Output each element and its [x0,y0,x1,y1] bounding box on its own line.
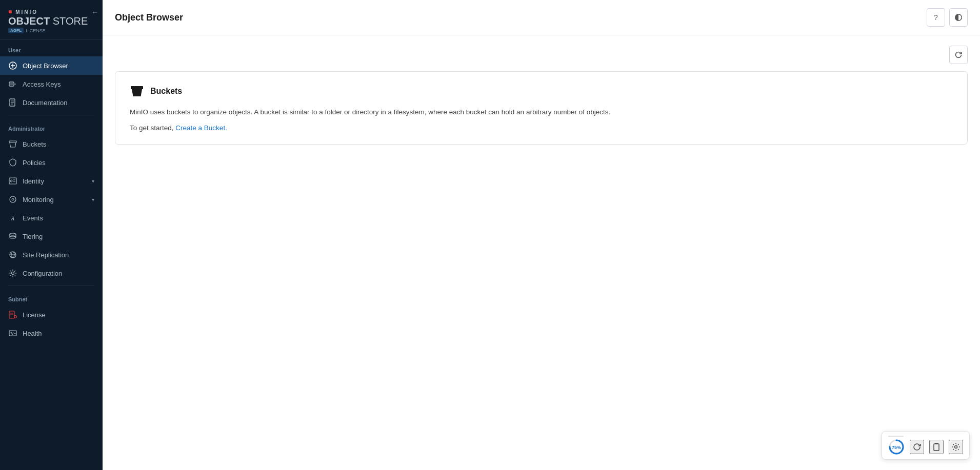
progress-circle: 75% [888,439,905,455]
sidebar-item-buckets[interactable]: Buckets [0,135,103,153]
create-bucket-link[interactable]: Create a Bucket. [175,124,227,132]
refresh-button[interactable] [949,46,968,64]
sidebar: ■ MINIO OBJECT STORE AGPL LICENSE ← User… [0,0,103,470]
widget-refresh-button[interactable] [910,440,924,454]
main-body: Buckets MinIO uses buckets to organize o… [103,35,980,470]
access-keys-label: Access Keys [23,80,94,88]
sidebar-item-configuration[interactable]: Configuration [0,264,103,282]
sidebar-divider-2 [8,285,94,286]
documentation-icon [8,98,17,107]
license-icon [8,310,17,319]
events-label: Events [23,214,94,222]
sidebar-item-events[interactable]: λ Events [0,209,103,227]
sidebar-item-documentation[interactable]: Documentation [0,93,103,112]
sidebar-item-access-keys[interactable]: Access Keys [0,75,103,93]
sidebar-item-monitoring[interactable]: Monitoring ▾ [0,190,103,209]
buckets-icon [8,139,17,149]
logo-objectstore: OBJECT STORE [8,15,94,27]
identity-chevron-icon: ▾ [92,178,94,184]
widget-row: 75% [888,439,963,455]
buckets-card-header: Buckets [130,84,953,98]
widget-divider [888,436,904,437]
object-browser-icon [8,61,17,70]
buckets-card-title: Buckets [150,87,182,96]
svg-rect-2 [10,83,13,85]
svg-text:75%: 75% [892,445,901,450]
buckets-card: Buckets MinIO uses buckets to organize o… [115,71,968,145]
policies-icon [8,158,17,167]
widget-container: 75% [888,436,963,455]
logo-minio: ■ MINIO [8,8,94,15]
bottom-widget: 75% [882,431,970,460]
site-replication-label: Site Replication [23,251,94,259]
buckets-card-description: MinIO uses buckets to organize objects. … [130,107,953,118]
site-replication-icon [8,250,17,259]
sidebar-item-health[interactable]: Health [0,324,103,342]
sidebar-item-tiering[interactable]: Tiering [0,227,103,246]
sidebar-item-identity[interactable]: Identity ▾ [0,172,103,190]
help-button[interactable]: ? [927,8,945,27]
monitoring-chevron-icon: ▾ [92,197,94,202]
events-icon: λ [8,213,17,222]
sidebar-divider-1 [8,115,94,115]
widget-settings-button[interactable] [949,440,963,454]
health-label: Health [23,330,94,337]
page-title: Object Browser [115,12,183,23]
svg-rect-27 [934,444,939,451]
buckets-label: Buckets [23,140,94,148]
tiering-label: Tiering [23,233,94,240]
svg-rect-23 [131,86,143,89]
object-browser-label: Object Browser [23,62,94,70]
monitoring-icon [8,195,17,204]
sidebar-admin-section-label: Administrator [0,118,103,135]
header-actions: ? [927,8,968,27]
monitoring-label: Monitoring [23,196,87,203]
sidebar-user-section-label: User [0,40,103,56]
configuration-icon [8,269,17,278]
identity-icon [8,176,17,186]
documentation-label: Documentation [23,99,94,107]
main-header: Object Browser ? [103,0,980,35]
svg-point-13 [12,198,14,200]
svg-rect-7 [9,141,16,142]
svg-point-14 [10,233,16,235]
sidebar-item-license[interactable]: License [0,305,103,324]
sidebar-item-site-replication[interactable]: Site Replication [0,246,103,264]
logo-license: AGPL LICENSE [8,28,94,33]
sidebar-collapse-button[interactable]: ← [91,8,98,16]
svg-point-28 [955,446,957,448]
health-icon [8,329,17,338]
sidebar-subnet-section-label: Subnet [0,289,103,305]
svg-point-17 [12,272,14,275]
policies-label: Policies [23,159,94,167]
sidebar-logo: ■ MINIO OBJECT STORE AGPL LICENSE ← [0,0,103,40]
buckets-card-action: To get started, Create a Bucket. [130,124,953,132]
license-label: License [23,311,94,319]
minio-icon: ■ [8,8,13,15]
widget-clipboard-button[interactable] [929,440,944,454]
svg-point-12 [10,196,16,202]
sidebar-item-object-browser[interactable]: Object Browser [0,56,103,75]
tiering-icon [8,232,17,241]
bucket-icon [130,84,144,98]
access-keys-icon [8,79,17,89]
main-content: Object Browser ? Buckets MinIO uses buck… [103,0,980,470]
sidebar-item-policies[interactable]: Policies [0,153,103,172]
identity-label: Identity [23,177,87,185]
theme-toggle-button[interactable] [949,8,968,27]
svg-point-9 [10,180,12,182]
configuration-label: Configuration [23,270,94,277]
